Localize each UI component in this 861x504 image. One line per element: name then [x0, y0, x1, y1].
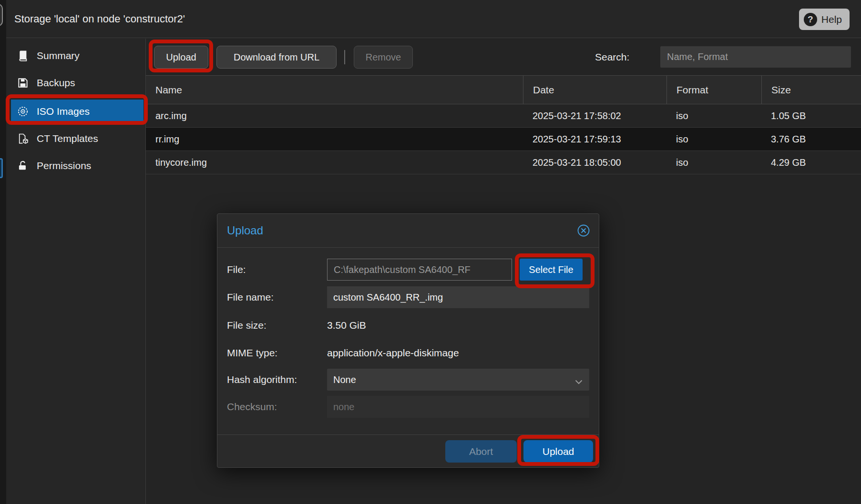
cd-icon: [17, 105, 29, 118]
column-header-name[interactable]: Name: [146, 76, 523, 104]
column-header-name-date[interactable]: Date: [523, 76, 666, 104]
page-title: Storage 'local' on node 'constructor2': [14, 0, 185, 38]
help-button[interactable]: ? Help: [799, 9, 850, 30]
book-icon: [17, 50, 29, 62]
cell-format: iso: [666, 151, 761, 174]
titlebar: Storage 'local' on node 'constructor2' ?…: [6, 0, 861, 38]
mime-type-row: MIME type: application/x-apple-diskimage: [217, 342, 599, 364]
hash-algorithm-select[interactable]: None: [327, 369, 589, 391]
sidebar-item-iso-images[interactable]: ISO Images: [11, 100, 144, 123]
file-size-value: 3.50 GiB: [327, 314, 366, 336]
file-size-row: File size: 3.50 GiB: [217, 314, 599, 336]
abort-button: Abort: [445, 440, 517, 463]
file-row: File: Select File: [217, 259, 599, 281]
checksum-row: Checksum:: [217, 396, 599, 418]
hash-algorithm-value: None: [333, 369, 356, 391]
table-row[interactable]: arc.img 2025-03-21 17:58:02 iso 1.05 GB: [146, 104, 861, 128]
dialog-footer-divider: [217, 434, 599, 435]
cell-date: 2025-03-21 18:05:00: [523, 151, 666, 174]
file-path-input[interactable]: [327, 259, 512, 281]
sidebar-item-label: Permissions: [37, 160, 91, 171]
file-name-input[interactable]: [327, 286, 589, 308]
cell-size: 3.76 GB: [761, 128, 861, 151]
cell-date: 2025-03-21 17:58:02: [523, 104, 666, 127]
cell-size: 4.29 GB: [761, 151, 861, 174]
cell-format: iso: [666, 128, 761, 151]
table-header: Name Date Format Size: [146, 75, 861, 104]
sidebar: Summary Backups ISO Images CT Templates …: [6, 39, 146, 504]
checksum-label: Checksum:: [227, 396, 277, 418]
mime-type-value: application/x-apple-diskimage: [327, 342, 459, 364]
toolbar-separator: [344, 50, 345, 64]
upload-button[interactable]: Upload: [154, 46, 208, 69]
upload-dialog-title: Upload: [227, 214, 263, 247]
sidebar-item-label: Summary: [37, 50, 80, 61]
sidebar-item-label: ISO Images: [37, 106, 90, 117]
sidebar-item-backups[interactable]: Backups: [11, 71, 144, 95]
checksum-input: [327, 396, 589, 418]
cell-name: tinycore.img: [146, 151, 523, 174]
sidebar-item-label: CT Templates: [37, 133, 98, 144]
table-row[interactable]: rr.img 2025-03-21 17:59:13 iso 3.76 GB: [146, 128, 861, 151]
file-label: File:: [227, 259, 246, 281]
chevron-down-icon: [575, 378, 583, 386]
cell-name: rr.img: [146, 128, 523, 151]
file-name-row: File name:: [217, 286, 599, 308]
column-header-format[interactable]: Format: [666, 76, 761, 104]
cell-date: 2025-03-21 17:59:13: [523, 128, 666, 151]
sidebar-item-summary[interactable]: Summary: [11, 44, 144, 68]
cell-format: iso: [666, 104, 761, 127]
download-from-url-button[interactable]: Download from URL: [216, 46, 337, 69]
floppy-icon: [17, 77, 29, 89]
search-label: Search:: [595, 39, 629, 76]
cell-name: arc.img: [146, 104, 523, 127]
dialog-upload-button[interactable]: Upload: [523, 440, 593, 463]
table-row[interactable]: tinycore.img 2025-03-21 18:05:00 iso 4.2…: [146, 151, 861, 174]
search-input[interactable]: [660, 46, 851, 68]
select-file-button[interactable]: Select File: [520, 259, 583, 281]
ct-template-icon: [17, 132, 29, 145]
upload-dialog: Upload File: Select File File name: File…: [217, 213, 599, 468]
remove-button: Remove: [354, 46, 413, 69]
close-icon[interactable]: [577, 224, 590, 237]
file-size-label: File size:: [227, 314, 266, 336]
app-root: Storage 'local' on node 'constructor2' ?…: [0, 0, 861, 504]
unlock-icon: [17, 160, 29, 172]
column-header-size[interactable]: Size: [761, 76, 861, 104]
help-icon: ?: [804, 13, 817, 26]
upload-dialog-header[interactable]: Upload: [217, 214, 599, 248]
sidebar-item-permissions[interactable]: Permissions: [11, 154, 144, 178]
cell-size: 1.05 GB: [761, 104, 861, 127]
file-name-label: File name:: [227, 286, 274, 308]
hash-algorithm-label: Hash algorithm:: [227, 369, 297, 391]
sidebar-item-label: Backups: [37, 77, 75, 89]
sidebar-item-ct-templates[interactable]: CT Templates: [11, 127, 144, 151]
background-tab-fragment: [0, 4, 3, 26]
background-selected-fragment: [0, 158, 3, 178]
mime-type-label: MIME type:: [227, 342, 277, 364]
hash-algorithm-row: Hash algorithm: None: [217, 369, 599, 391]
help-button-label: Help: [821, 14, 842, 25]
background-panel-edge: [0, 0, 6, 504]
